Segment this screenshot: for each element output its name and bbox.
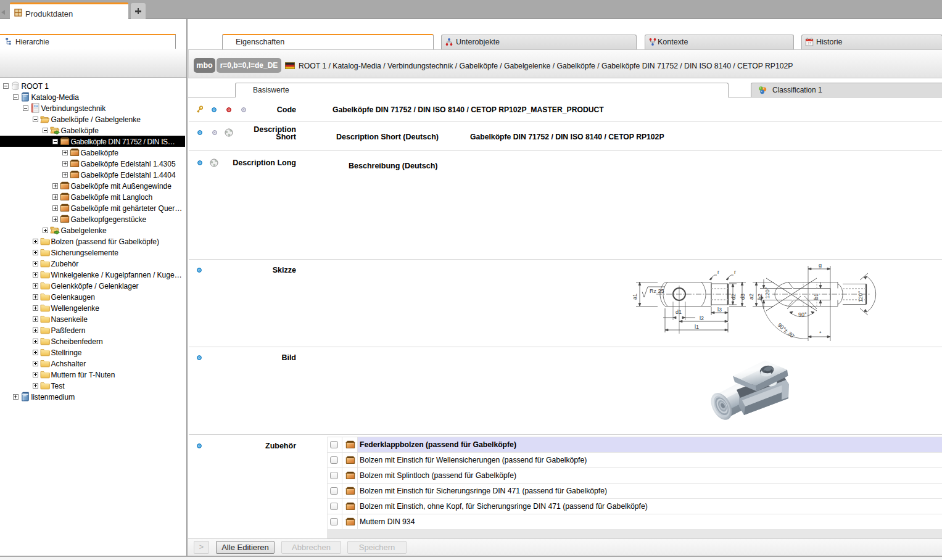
svg-text:r: r xyxy=(734,269,736,275)
svg-text:120°: 120° xyxy=(857,290,864,302)
svg-text:g: g xyxy=(819,262,822,268)
svg-text:120°: 120° xyxy=(764,287,771,299)
svg-text:a2: a2 xyxy=(748,294,754,300)
svg-text:90°± 30': 90°± 30' xyxy=(777,322,796,340)
svg-text:r: r xyxy=(717,269,719,275)
svg-text:l1: l1 xyxy=(695,324,699,330)
svg-text:*: * xyxy=(819,330,822,336)
svg-text:d2: d2 xyxy=(730,294,737,300)
svg-text:l2: l2 xyxy=(700,315,704,321)
svg-text:a1: a1 xyxy=(632,294,638,300)
svg-text:d3: d3 xyxy=(740,294,746,300)
svg-text:d1: d1 xyxy=(676,309,682,315)
svg-text:l3: l3 xyxy=(717,307,722,313)
svg-text:Rz 25: Rz 25 xyxy=(650,288,664,294)
svg-text:90°: 90° xyxy=(798,311,807,318)
svg-text:b1: b1 xyxy=(813,294,819,300)
svg-text:b2: b2 xyxy=(757,294,763,300)
